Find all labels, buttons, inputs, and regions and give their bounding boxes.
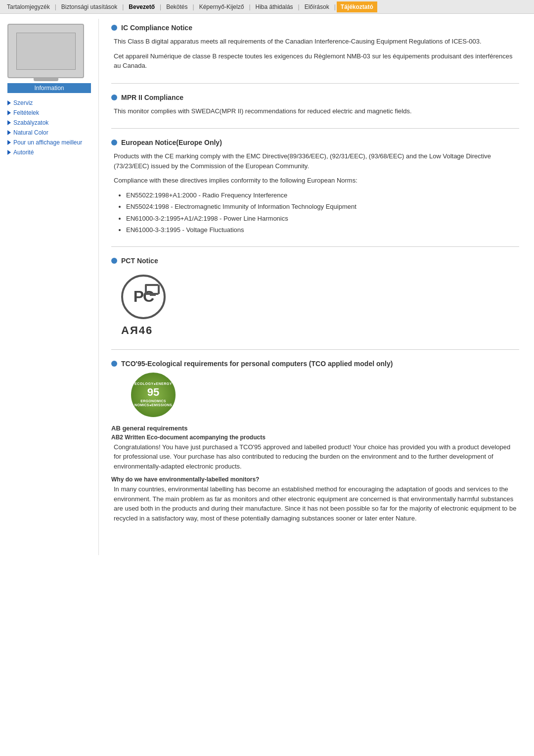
list-item: EN61000-3-3:1995 - Voltage Fluctuations bbox=[126, 225, 519, 235]
sidebar-item-label: Szabályzatok bbox=[13, 119, 48, 126]
bullet-dot-ic bbox=[111, 25, 117, 31]
european-notice-title: European Notice(Europe Only) bbox=[111, 139, 519, 146]
main-container: Information Szerviz Feltételek Szabályza… bbox=[0, 14, 534, 560]
european-list: EN55022:1998+A1:2000 - Radio Frequency I… bbox=[111, 190, 519, 235]
pct-notice-section: PCT Notice PC АЯ46 bbox=[111, 257, 519, 350]
tco-logo: ECOLOGY●ENERGY 95 ERGONOMICS NOMICS●EMIS… bbox=[131, 373, 176, 417]
sidebar-item-pouraffichage[interactable]: Pour un affichage meilleur bbox=[7, 138, 91, 147]
arrow-icon bbox=[7, 120, 11, 125]
nav-item-tajekoztat[interactable]: Tájékoztató bbox=[337, 1, 377, 12]
european-text2: Compliance with these directives implies… bbox=[111, 176, 519, 186]
monitor-image bbox=[7, 24, 84, 78]
arrow-icon bbox=[7, 140, 11, 145]
ic-compliance-section: IC Compliance Notice This Class B digita… bbox=[111, 24, 519, 84]
list-item: EN55022:1998+A1:2000 - Radio Frequency I… bbox=[126, 190, 519, 200]
pct-notice-title: PCT Notice bbox=[111, 257, 519, 265]
mpr-compliance-section: MPR II Compliance This monitor complies … bbox=[111, 94, 519, 129]
sidebar-item-feltetelek[interactable]: Feltételek bbox=[7, 108, 91, 118]
sidebar-item-szabalyzatok[interactable]: Szabályzatok bbox=[7, 118, 91, 128]
pct-circle: PC bbox=[121, 275, 166, 319]
arrow-icon bbox=[7, 110, 11, 115]
ab-general-requirements: AB general requirements AB2 Written Eco-… bbox=[111, 425, 519, 472]
european-notice-section: European Notice(Europe Only) Products wi… bbox=[111, 139, 519, 247]
nav-item-bekotes[interactable]: Bekötés bbox=[162, 1, 191, 12]
bullet-dot-mpr bbox=[111, 94, 117, 100]
tco95-section: TCO'95-Ecological requirements for perso… bbox=[111, 360, 519, 536]
why-text: In many countries, environmental labelli… bbox=[111, 484, 519, 523]
bullet-dot-european bbox=[111, 140, 117, 145]
nav-bar: Tartalomjegyzék | Biztonsági utasítások … bbox=[0, 0, 534, 14]
arrow-icon bbox=[7, 150, 11, 155]
mpr-compliance-text: This monitor complies with SWEDAC(MPR II… bbox=[111, 106, 519, 116]
nav-item-biztonsagi[interactable]: Biztonsági utasítások bbox=[57, 1, 121, 12]
pct-model: АЯ46 bbox=[121, 324, 153, 337]
ab-heading: AB general requirements bbox=[111, 425, 519, 432]
tco-logo-container: ECOLOGY●ENERGY 95 ERGONOMICS NOMICS●EMIS… bbox=[111, 373, 519, 417]
ic-compliance-text1: This Class B digital apparatus meets all… bbox=[111, 37, 519, 47]
why-heading: Why do we have environmentally-labelled … bbox=[111, 476, 519, 483]
sidebar-item-label: Natural Color bbox=[13, 129, 48, 136]
info-label: Information bbox=[7, 83, 91, 93]
sidebar-item-label: Feltételek bbox=[13, 109, 39, 116]
nav-item-kepernyo[interactable]: Képernyő-Kijelző bbox=[195, 1, 248, 12]
mpr-compliance-title: MPR II Compliance bbox=[111, 94, 519, 101]
nav-item-bevezeto[interactable]: Bevezető bbox=[125, 1, 159, 12]
tco-logo-text: ECOLOGY●ENERGY 95 ERGONOMICS NOMICS●EMIS… bbox=[134, 382, 172, 408]
arrow-icon bbox=[7, 130, 11, 135]
ic-compliance-text2: Cet appareil Numérique de classe B respe… bbox=[111, 51, 519, 71]
sidebar-item-label: Szerviz bbox=[13, 99, 33, 106]
ab2-subheading: AB2 Written Eco-document acompanying the… bbox=[111, 434, 519, 441]
list-item: EN61000-3-2:1995+A1/A2:1998 - Power Line… bbox=[126, 214, 519, 224]
content-area: IC Compliance Notice This Class B digita… bbox=[99, 19, 534, 555]
nav-item-eloirasok[interactable]: Előírások bbox=[301, 1, 333, 12]
ab2-text: Congratulations! You have just purchased… bbox=[111, 442, 519, 472]
sidebar: Information Szerviz Feltételek Szabályza… bbox=[0, 19, 99, 555]
arrow-icon bbox=[7, 100, 11, 105]
nav-item-tartalomjegyzek[interactable]: Tartalomjegyzék bbox=[3, 1, 54, 12]
ic-compliance-title: IC Compliance Notice bbox=[111, 24, 519, 32]
sidebar-item-label: Pour un affichage meilleur bbox=[13, 139, 82, 146]
sidebar-item-label: Autorité bbox=[13, 149, 34, 156]
list-item: EN55024:1998 - Electromagnetic Immunity … bbox=[126, 202, 519, 212]
sidebar-item-szerviz[interactable]: Szerviz bbox=[7, 98, 91, 108]
pct-monitor-icon bbox=[145, 284, 159, 295]
tco95-title: TCO'95-Ecological requirements for perso… bbox=[111, 360, 519, 368]
sidebar-item-autorite[interactable]: Autorité bbox=[7, 147, 91, 157]
sidebar-item-naturalcolor[interactable]: Natural Color bbox=[7, 128, 91, 138]
bullet-dot-tco bbox=[111, 361, 117, 367]
nav-item-hiba[interactable]: Hiba áthidalás bbox=[252, 1, 297, 12]
why-environmentally: Why do we have environmentally-labelled … bbox=[111, 476, 519, 523]
monitor-base bbox=[34, 78, 58, 81]
monitor-screen bbox=[16, 33, 76, 70]
svg-rect-0 bbox=[146, 285, 159, 293]
pct-logo: PC АЯ46 bbox=[111, 270, 519, 342]
european-text1: Products with the CE marking comply with… bbox=[111, 151, 519, 171]
bullet-dot-pct bbox=[111, 258, 117, 264]
